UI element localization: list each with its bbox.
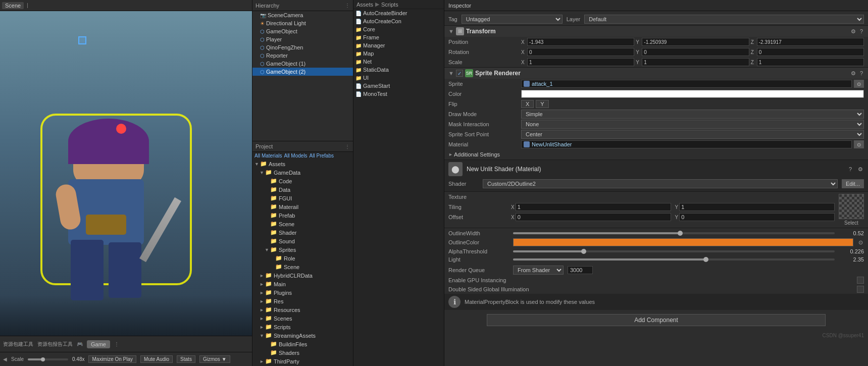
material-help-btn[interactable]: ? <box>848 166 853 172</box>
gamedata-folder[interactable]: 📁 GameData <box>252 168 353 177</box>
select-texture-btn[interactable]: Select <box>844 220 858 226</box>
sprite-renderer-help-btn[interactable]: ? <box>859 70 864 77</box>
materail-folder[interactable]: 📁 Materail <box>252 202 353 211</box>
shader-folder[interactable]: 📁 Shader <box>252 228 353 237</box>
scene-folder[interactable]: 📁 Scene <box>252 220 353 228</box>
file-core[interactable]: 📁 Core <box>353 25 444 33</box>
light-track[interactable] <box>513 258 835 260</box>
layer-select[interactable]: Default <box>584 15 864 24</box>
project-more[interactable]: ⋮ <box>345 144 350 149</box>
additional-settings-row[interactable]: Additional Settings <box>444 149 868 160</box>
transform-help-btn[interactable]: ? <box>859 28 864 35</box>
outline-width-track[interactable] <box>513 232 835 234</box>
sprite-obj-field[interactable]: attack_1 <box>521 80 852 88</box>
add-component-btn[interactable]: Add Component <box>487 314 826 326</box>
hierarchy-more[interactable]: ⋮ <box>345 3 350 8</box>
render-queue-input[interactable] <box>568 266 593 274</box>
hierarchy-item-gameobject1[interactable]: ⬡ GameObject (1) <box>252 60 353 68</box>
fgui-folder[interactable]: 📁 FGUI <box>252 194 353 202</box>
breadcrumb-scripts[interactable]: Scripts <box>381 2 398 8</box>
file-monotest[interactable]: 📄 MonoTest <box>353 90 444 98</box>
offset-y-input[interactable] <box>679 213 835 221</box>
scale-y-input[interactable] <box>642 58 749 66</box>
texture-thumbnail[interactable] <box>839 194 864 219</box>
hierarchy-item-scene-camera[interactable]: 📷 SceneCamera <box>252 11 353 19</box>
maximize-on-play-btn[interactable]: Maximize On Play <box>88 355 136 363</box>
hierarchy-item-qinofengzhen[interactable]: ⬡ QinoFengZhen <box>252 43 353 51</box>
scale-z-input[interactable] <box>757 58 864 66</box>
outline-color-swatch[interactable] <box>513 238 853 246</box>
sprite-renderer-header[interactable]: SR Sprite Renderer ⚙ ? <box>444 68 868 79</box>
buildinfiles-folder[interactable]: 📁 BuildinFiles <box>252 340 353 348</box>
render-queue-select[interactable]: From Shader <box>513 266 564 275</box>
more-options-icon[interactable]: ⋮ <box>114 341 119 347</box>
hierarchy-item-reporter[interactable]: ⬡ Reporter <box>252 51 353 60</box>
file-map[interactable]: 📁 Map <box>353 49 444 58</box>
material-settings-btn[interactable]: ⚙ <box>857 166 864 173</box>
outline-color-picker-btn[interactable]: ⊙ <box>857 239 864 246</box>
role-folder[interactable]: 📁 Role <box>252 254 353 263</box>
spritesortpoint-select[interactable]: Center <box>521 130 864 139</box>
shaders-folder[interactable]: 📁 Shaders <box>252 348 353 357</box>
file-autocreatebinder[interactable]: 📄 AutoCreateBinder <box>353 9 444 17</box>
breadcrumb-assets[interactable]: Assets <box>356 2 373 8</box>
gizmos-btn[interactable]: Gizmos▼ <box>199 355 230 363</box>
sprite-renderer-enable-cb[interactable] <box>456 70 463 77</box>
mute-audio-btn[interactable]: Mute Audio <box>140 355 173 363</box>
rotation-y-input[interactable] <box>642 48 749 56</box>
scale-slider[interactable] <box>28 358 68 360</box>
file-ui[interactable]: 📁 UI <box>353 74 444 82</box>
transform-header[interactable]: ⊞ Transform ⚙ ? <box>444 26 868 37</box>
shader-select[interactable]: Custom/2DOutline2 <box>483 179 838 188</box>
rotation-z-input[interactable] <box>757 48 864 56</box>
file-gamestart[interactable]: 📄 GameStart <box>353 82 444 90</box>
all-prefabs-btn[interactable]: All Prefabs <box>310 153 334 159</box>
all-materials-btn[interactable]: All Materials <box>254 153 282 159</box>
position-x-input[interactable] <box>527 38 634 46</box>
tiling-y-input[interactable] <box>679 203 835 211</box>
sprites-folder[interactable]: 📁 Sprites <box>252 245 353 254</box>
scripts-folder[interactable]: 📁 Scripts <box>252 323 353 331</box>
position-y-input[interactable] <box>642 38 749 46</box>
rotation-x-input[interactable] <box>527 48 634 56</box>
hierarchy-item-player[interactable]: ⬡ Player <box>252 35 353 43</box>
scene-tab[interactable]: Scene <box>2 2 24 9</box>
all-models-btn[interactable]: All Models <box>284 153 307 159</box>
prefab-folder[interactable]: 📁 Prefab <box>252 211 353 220</box>
thirdparty-folder[interactable]: 📁 ThirdParty <box>252 357 353 365</box>
sprite-renderer-settings-btn[interactable]: ⚙ <box>850 70 857 77</box>
scenes-folder[interactable]: 📁 Scenes <box>252 314 353 323</box>
material-select-btn[interactable]: ⊙ <box>854 140 864 148</box>
code-folder[interactable]: 📁 Code <box>252 177 353 185</box>
file-staticdata[interactable]: 📁 StaticData <box>353 66 444 74</box>
material-obj-field[interactable]: NewUnlitShader <box>521 140 852 148</box>
game-tab[interactable]: Game <box>87 340 110 348</box>
file-autocreateccon[interactable]: 📄 AutoCreateCon <box>353 17 444 25</box>
hybridclrdata-folder[interactable]: 📁 HybridCLRData <box>252 271 353 280</box>
flip-y-btn[interactable]: Y <box>536 100 548 108</box>
streamingassets-folder[interactable]: 📁 StreamingAssets <box>252 331 353 340</box>
plugins-folder[interactable]: 📁 Plugins <box>252 288 353 297</box>
file-net[interactable]: 📁 Net <box>353 58 444 66</box>
transform-settings-btn[interactable]: ⚙ <box>850 28 857 35</box>
enable-gpu-checkbox[interactable] <box>857 277 864 284</box>
scale-x-input[interactable] <box>527 58 634 66</box>
file-manager[interactable]: 📁 Manager <box>353 41 444 49</box>
position-z-input[interactable] <box>757 38 864 46</box>
sound-folder[interactable]: 📁 Sound <box>252 237 353 245</box>
maskinteraction-select[interactable]: None <box>521 120 864 129</box>
data-folder[interactable]: 📁 Data <box>252 185 353 194</box>
hierarchy-item-gameobject2[interactable]: ⬡ GameObject (2) <box>252 68 353 76</box>
file-frame[interactable]: 📁 Frame <box>353 33 444 41</box>
tag-select[interactable]: Untagged <box>462 15 563 24</box>
res-folder[interactable]: 📁 Res <box>252 297 353 305</box>
alpha-threshold-track[interactable] <box>513 250 835 252</box>
main-folder[interactable]: 📁 Main <box>252 280 353 288</box>
double-sided-checkbox[interactable] <box>857 286 864 293</box>
hierarchy-item-gameobject[interactable]: ⬡ GameObject <box>252 27 353 35</box>
hierarchy-item-directional-light[interactable]: ☀ Directional Light <box>252 19 353 27</box>
stats-btn[interactable]: Stats <box>177 355 195 363</box>
sprites-scene-folder[interactable]: 📁 Scene <box>252 263 353 271</box>
resources-folder[interactable]: 📁 Resources <box>252 305 353 314</box>
assets-root[interactable]: 📁 Assets <box>252 160 353 168</box>
